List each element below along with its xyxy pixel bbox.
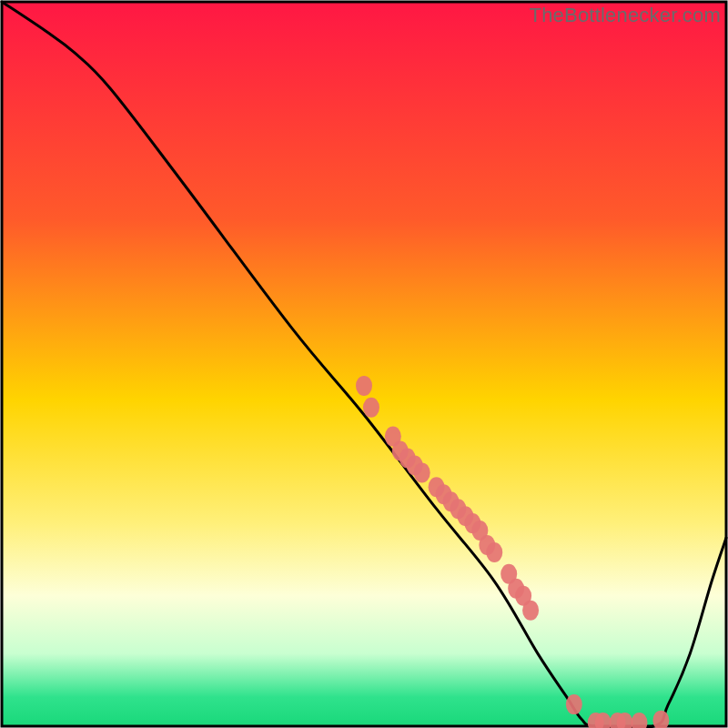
chart-background bbox=[2, 2, 726, 726]
data-point bbox=[414, 462, 430, 482]
chart-container: TheBottlenecker.com bbox=[0, 0, 728, 728]
data-point bbox=[363, 398, 379, 418]
data-point bbox=[486, 542, 502, 562]
data-point bbox=[566, 694, 582, 714]
bottleneck-chart bbox=[0, 0, 728, 728]
data-point bbox=[522, 601, 539, 621]
watermark-text: TheBottlenecker.com bbox=[530, 4, 721, 27]
data-point bbox=[356, 376, 372, 396]
